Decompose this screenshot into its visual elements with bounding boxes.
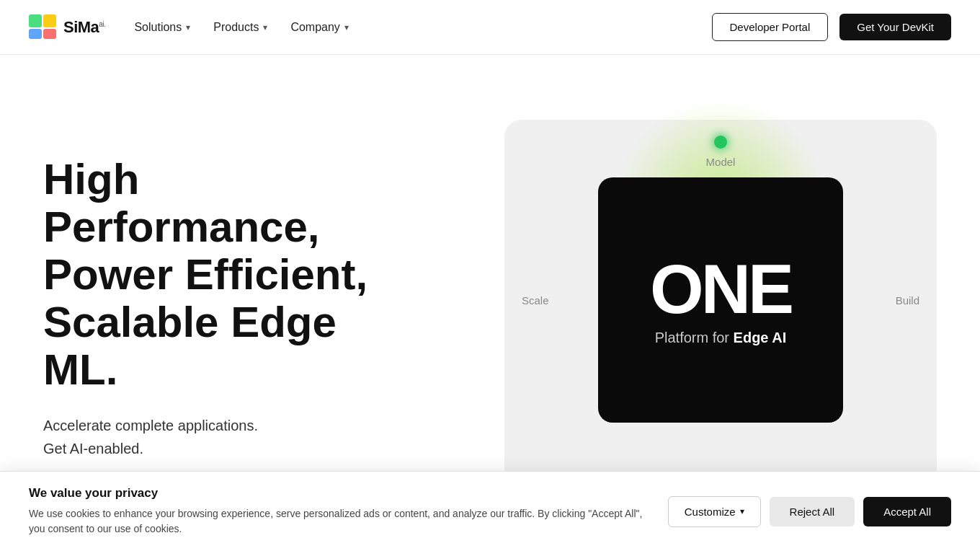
chevron-down-icon: ▾ xyxy=(740,506,744,516)
nav-links: Solutions ▾ Products ▾ Company ▾ xyxy=(134,21,348,34)
cookie-title: We value your privacy xyxy=(29,486,645,501)
nav-company-label: Company xyxy=(290,21,339,34)
one-platform-card: ONE Platform for Edge AI xyxy=(598,177,843,423)
logo-icon xyxy=(29,14,59,40)
cookie-desc-text: We use cookies to enhance your browsing … xyxy=(29,508,642,534)
nav-item-products[interactable]: Products ▾ xyxy=(213,21,267,34)
cookie-actions: Customize ▾ Reject All Accept All xyxy=(668,496,951,527)
chevron-down-icon: ▾ xyxy=(186,22,190,32)
platform-label-bold: Edge AI xyxy=(734,330,787,345)
hero-content: High Performance, Power Efficient, Scala… xyxy=(43,113,418,524)
label-model: Model xyxy=(706,156,736,168)
hero-subtitle-line1: Accelerate complete applications. xyxy=(43,418,258,433)
chevron-down-icon: ▾ xyxy=(344,22,349,32)
customize-button[interactable]: Customize ▾ xyxy=(668,496,761,527)
hero-subtitle-line2: Get AI-enabled. xyxy=(43,441,143,457)
cookie-description: We use cookies to enhance your browsing … xyxy=(29,506,645,537)
hero-title-line3: Scalable Edge ML. xyxy=(43,298,337,394)
one-text: ONE xyxy=(650,255,791,324)
svg-rect-1 xyxy=(43,14,56,27)
chevron-down-icon: ▾ xyxy=(263,22,267,32)
svg-rect-0 xyxy=(29,14,42,27)
hero-title: High Performance, Power Efficient, Scala… xyxy=(43,156,418,394)
navbar-left: SiMaai. Solutions ▾ Products ▾ Company ▾ xyxy=(29,14,349,40)
logo-text: SiMaai. xyxy=(63,18,105,37)
logo-sup: ai. xyxy=(99,19,105,27)
nav-products-label: Products xyxy=(213,21,259,34)
hero-visual: Model Scale Build ONE Platform for Edge … xyxy=(504,113,937,488)
nav-solutions-label: Solutions xyxy=(134,21,182,34)
svg-rect-3 xyxy=(43,29,56,39)
logo[interactable]: SiMaai. xyxy=(29,14,105,40)
platform-tagline: Platform for Edge AI xyxy=(655,330,787,346)
cookie-content: We value your privacy We use cookies to … xyxy=(29,486,645,537)
hero-subtitle: Accelerate complete applications. Get AI… xyxy=(43,414,418,460)
nav-item-company[interactable]: Company ▾ xyxy=(290,21,348,34)
reject-all-button[interactable]: Reject All xyxy=(770,497,855,526)
hero-title-line1: High Performance, xyxy=(43,155,320,251)
platform-label: Platform for xyxy=(655,330,734,345)
label-build: Build xyxy=(896,294,919,307)
navbar-right: Developer Portal Get Your DevKit xyxy=(712,13,951,41)
nav-item-solutions[interactable]: Solutions ▾ xyxy=(134,21,190,34)
svg-rect-2 xyxy=(29,29,42,39)
navbar: SiMaai. Solutions ▾ Products ▾ Company ▾… xyxy=(0,0,980,55)
cookie-banner: We value your privacy We use cookies to … xyxy=(0,471,980,551)
hero-title-line2: Power Efficient, xyxy=(43,250,368,299)
developer-portal-button[interactable]: Developer Portal xyxy=(712,13,829,41)
label-scale: Scale xyxy=(522,294,549,307)
get-devkit-button[interactable]: Get Your DevKit xyxy=(839,14,951,40)
green-dot xyxy=(714,136,727,149)
accept-all-button[interactable]: Accept All xyxy=(863,497,951,526)
customize-label: Customize xyxy=(685,506,736,518)
